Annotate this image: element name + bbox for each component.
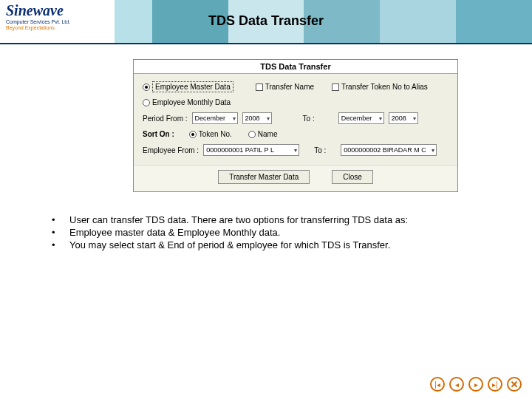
bullet-text: Employee master data & Employee Monthly … xyxy=(69,227,280,239)
transfer-master-data-button[interactable]: Transfer Master Data xyxy=(218,170,310,184)
checkbox-transfer-name[interactable]: Transfer Name xyxy=(256,83,314,91)
nav-last-icon[interactable]: ▸| xyxy=(488,377,502,392)
radio-employee-master-data[interactable]: Employee Master Data xyxy=(143,81,233,92)
radio-sort-token[interactable]: Token No. xyxy=(189,130,232,138)
dialog-title: TDS Data Transfer xyxy=(134,60,457,74)
slide-nav: |◂ ◂ ▸ ▸| xyxy=(430,377,522,392)
period-to-label: To : xyxy=(303,115,315,123)
slide-header: Sinewave Computer Services Pvt. Ltd. Bey… xyxy=(0,0,532,43)
nav-first-icon[interactable]: |◂ xyxy=(430,377,445,392)
employee-from-select[interactable]: 0000000001 PATIL P L xyxy=(203,144,299,156)
period-from-month-select[interactable]: December xyxy=(192,112,238,124)
period-from-year-select[interactable]: 2008 xyxy=(242,112,272,124)
employee-to-select[interactable]: 0000000002 BIRADAR M C xyxy=(341,144,437,156)
page-title: TDS Data Transfer xyxy=(0,13,532,29)
radio-employee-monthly-data[interactable]: Employee Monthly Data xyxy=(143,98,231,106)
bullet-marker: • xyxy=(52,214,69,227)
checkbox-label: Transfer Name xyxy=(265,83,314,91)
close-button[interactable]: Close xyxy=(332,170,373,184)
bullet-text: You may select start & End of period & e… xyxy=(69,239,390,252)
checkbox-label: Transfer Token No to Alias xyxy=(341,83,428,91)
employee-from-label: Employee From : xyxy=(143,146,199,154)
period-to-month-select[interactable]: December xyxy=(338,112,384,124)
radio-label: Employee Master Data xyxy=(152,81,233,92)
bullet-marker: • xyxy=(52,239,69,252)
sort-on-label: Sort On : xyxy=(143,130,174,138)
checkbox-transfer-token-to-alias[interactable]: Transfer Token No to Alias xyxy=(332,83,428,91)
bullet-text: User can transfer TDS data. There are tw… xyxy=(69,214,408,227)
bullet-marker: • xyxy=(52,227,69,239)
radio-label: Name xyxy=(258,130,278,138)
nav-close-icon[interactable] xyxy=(507,377,522,392)
header-rule xyxy=(0,43,532,44)
radio-label: Employee Monthly Data xyxy=(152,98,231,106)
employee-to-label: To : xyxy=(314,146,326,154)
nav-prev-icon[interactable]: ◂ xyxy=(449,377,464,392)
tds-transfer-dialog: TDS Data Transfer Employee Master Data T… xyxy=(133,59,458,192)
radio-sort-name[interactable]: Name xyxy=(248,130,278,138)
period-to-year-select[interactable]: 2008 xyxy=(389,112,418,124)
period-from-label: Period From : xyxy=(143,115,188,123)
description-bullets: •User can transfer TDS data. There are t… xyxy=(52,214,480,252)
radio-label: Token No. xyxy=(199,130,232,138)
nav-next-icon[interactable]: ▸ xyxy=(468,377,483,392)
